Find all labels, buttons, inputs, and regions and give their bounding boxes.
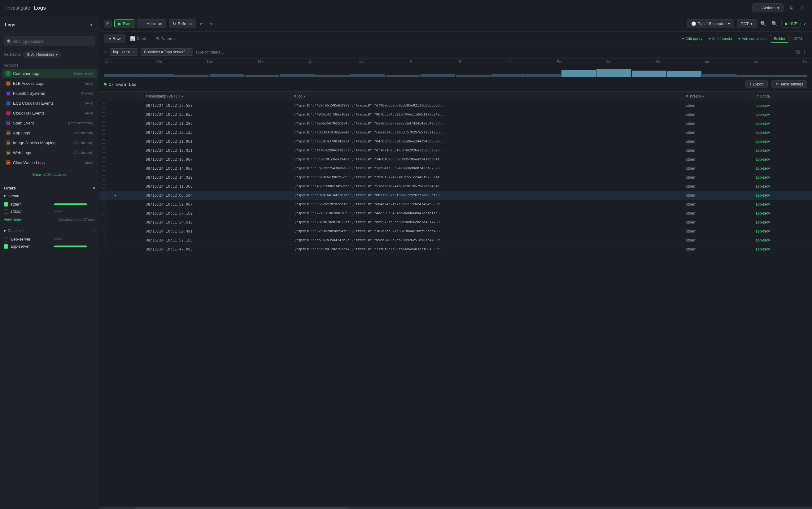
td-checkbox-cell[interactable] bbox=[99, 173, 109, 182]
row-checkbox[interactable] bbox=[102, 112, 106, 117]
expand-button[interactable]: ▾ bbox=[113, 193, 117, 198]
stderr-checkbox[interactable]: ✓ bbox=[4, 202, 8, 206]
copy-button[interactable]: ⧉ bbox=[796, 49, 800, 55]
td-expand-cell[interactable] bbox=[109, 218, 142, 227]
log-sort[interactable]: ≡ log ▾ bbox=[294, 94, 305, 98]
row-checkbox[interactable] bbox=[102, 202, 106, 206]
stream-sort[interactable]: ≡ stream ▾ bbox=[686, 94, 704, 98]
td-checkbox-cell[interactable] bbox=[99, 182, 109, 191]
row-checkbox[interactable] bbox=[102, 247, 106, 251]
tab-patterns[interactable]: ⊞ Patterns bbox=[151, 34, 180, 43]
sidebar-collapse-button[interactable]: ▾ bbox=[89, 21, 94, 29]
scroll-bar-wrap[interactable] bbox=[99, 507, 812, 509]
td-checkbox-cell[interactable] bbox=[99, 128, 109, 137]
expand-button[interactable] bbox=[113, 130, 115, 135]
th-container[interactable]: ↗ Conta bbox=[752, 92, 812, 101]
view-more-link[interactable]: View more bbox=[4, 216, 21, 223]
more-options-button[interactable]: ⋮ bbox=[802, 49, 807, 55]
dataset-item[interactable]: ▤ EC2 CloudTrail Events (aws) bbox=[2, 98, 97, 108]
filters-header[interactable]: Filters ▾ bbox=[4, 186, 95, 191]
td-checkbox-cell[interactable] bbox=[99, 164, 109, 173]
export-button[interactable]: ↑ Export bbox=[745, 80, 768, 88]
expand-button[interactable] bbox=[113, 220, 115, 225]
row-checkbox[interactable] bbox=[102, 139, 106, 144]
expand-button[interactable] bbox=[113, 112, 115, 117]
expand-button[interactable] bbox=[113, 247, 115, 251]
table-settings-button[interactable]: ⚙ Table settings bbox=[771, 80, 807, 88]
redo-button[interactable]: ↪ bbox=[207, 20, 214, 28]
td-expand-cell[interactable]: ▾ bbox=[109, 191, 142, 200]
dataset-item[interactable]: ✓ Container Logs (kubernetes) bbox=[2, 69, 97, 78]
row-checkbox[interactable] bbox=[102, 122, 106, 126]
add-formula-button[interactable]: + Add formula bbox=[706, 35, 735, 42]
td-expand-cell[interactable] bbox=[109, 236, 142, 245]
stream-group-header[interactable]: ▾ stream bbox=[4, 194, 95, 198]
dataset-item[interactable]: ▤ CloudTrail Events (aws) bbox=[2, 108, 97, 117]
web-server-checkbox[interactable] bbox=[4, 237, 8, 241]
td-checkbox-cell[interactable] bbox=[99, 227, 109, 236]
tab-chart[interactable]: 📊 Chart bbox=[126, 34, 151, 43]
opal-button[interactable]: OPAL bbox=[789, 35, 807, 43]
expand-button[interactable] bbox=[113, 122, 115, 126]
dataset-item[interactable]: ▤ Fluentbit Systemd (Server) bbox=[2, 89, 97, 98]
expand-button[interactable] bbox=[113, 139, 115, 144]
td-expand-cell[interactable] bbox=[109, 200, 142, 209]
undo-button[interactable]: ↩ bbox=[198, 20, 205, 28]
td-expand-cell[interactable] bbox=[109, 245, 142, 254]
td-expand-cell[interactable] bbox=[109, 227, 142, 236]
search-input[interactable] bbox=[4, 37, 95, 46]
row-checkbox[interactable] bbox=[102, 229, 106, 233]
dataset-item[interactable]: ▤ CloudWatch Logs (aws) bbox=[2, 158, 97, 167]
dataset-item[interactable]: ▤ ELB Access Logs (aws) bbox=[2, 79, 97, 88]
th-timestamp[interactable]: ≡ timestamp (PDT) ↓ ▾ bbox=[142, 92, 290, 101]
td-expand-cell[interactable] bbox=[109, 182, 142, 191]
td-checkbox-cell[interactable] bbox=[99, 137, 109, 146]
app-server-checkbox[interactable]: ✓ bbox=[4, 244, 8, 249]
td-checkbox-cell[interactable] bbox=[99, 119, 109, 128]
row-checkbox[interactable] bbox=[102, 103, 106, 108]
expand-button[interactable] bbox=[113, 157, 115, 162]
container-group-header[interactable]: ▾ Container 1 bbox=[4, 229, 95, 233]
td-checkbox-cell[interactable] bbox=[99, 245, 109, 254]
dataset-item[interactable]: ▤ Span Event (OpenTelemetry) bbox=[2, 118, 97, 128]
timezone-button[interactable]: PDT ▾ bbox=[737, 19, 756, 28]
td-checkbox-cell[interactable] bbox=[99, 218, 109, 227]
timestamp-sort[interactable]: ≡ timestamp (PDT) ↓ ▾ bbox=[145, 94, 183, 98]
row-checkbox[interactable] bbox=[102, 193, 106, 198]
td-checkbox-cell[interactable] bbox=[99, 110, 109, 119]
dataset-item[interactable]: ▤ App Logs (Application) bbox=[2, 128, 97, 137]
builder-button[interactable]: Builder bbox=[770, 35, 789, 43]
td-checkbox-cell[interactable] bbox=[99, 155, 109, 164]
add-correlation-button[interactable]: + Add correlation bbox=[735, 35, 770, 42]
bookmark-button[interactable]: ☆ bbox=[799, 4, 806, 12]
expand-button[interactable] bbox=[113, 166, 115, 171]
row-checkbox[interactable] bbox=[102, 148, 106, 152]
row-checkbox[interactable] bbox=[102, 238, 106, 242]
zoom-in-button[interactable]: 🔍 bbox=[770, 20, 779, 28]
expand-button[interactable] bbox=[113, 103, 115, 108]
td-expand-cell[interactable] bbox=[109, 119, 142, 128]
expand-button[interactable] bbox=[113, 238, 115, 242]
container-sort[interactable]: ↗ Conta bbox=[756, 94, 770, 98]
expand-button[interactable] bbox=[113, 175, 115, 179]
actions-button[interactable]: → Actions ▾ bbox=[752, 3, 783, 12]
td-expand-cell[interactable] bbox=[109, 155, 142, 164]
td-expand-cell[interactable] bbox=[109, 164, 142, 173]
filter-tag-container-close[interactable]: × bbox=[188, 50, 190, 54]
row-checkbox[interactable] bbox=[102, 220, 106, 225]
row-checkbox[interactable] bbox=[102, 175, 106, 179]
row-checkbox[interactable] bbox=[102, 211, 106, 215]
row-checkbox[interactable] bbox=[102, 157, 106, 162]
th-stream[interactable]: ≡ stream ▾ bbox=[682, 92, 752, 101]
expand-button[interactable] bbox=[113, 148, 115, 152]
th-log[interactable]: ≡ log ▾ bbox=[290, 92, 682, 101]
zoom-out-button[interactable]: 🔍 bbox=[759, 20, 768, 28]
td-checkbox-cell[interactable] bbox=[99, 209, 109, 218]
expand-button[interactable] bbox=[113, 202, 115, 206]
expand-button[interactable] bbox=[113, 229, 115, 233]
live-badge[interactable]: LIVE bbox=[781, 20, 801, 28]
td-expand-cell[interactable] bbox=[109, 146, 142, 155]
tab-raw[interactable]: ≡ Raw bbox=[104, 34, 126, 43]
share-button[interactable]: ⎘ bbox=[788, 4, 794, 12]
td-checkbox-cell[interactable] bbox=[99, 200, 109, 209]
